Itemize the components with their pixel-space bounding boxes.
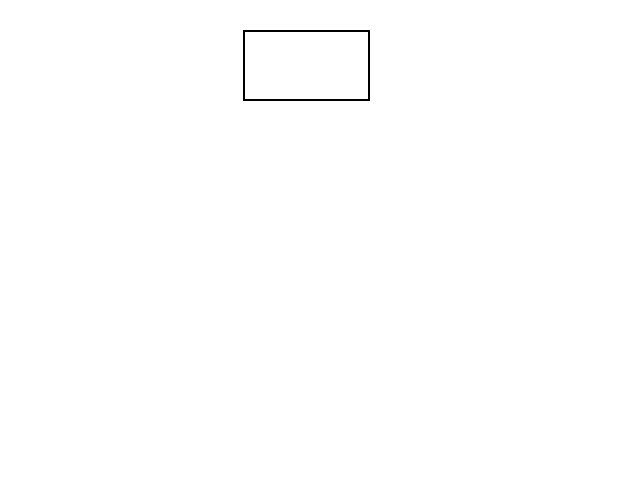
legend xyxy=(243,30,370,101)
sounding-chart xyxy=(0,0,629,486)
